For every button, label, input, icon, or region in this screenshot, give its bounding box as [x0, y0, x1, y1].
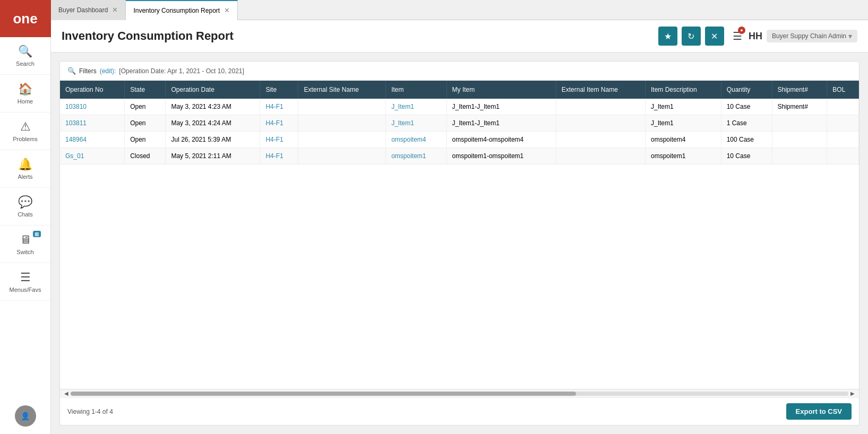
filter-value: [Operation Date: Apr 1, 2021 - Oct 10, 2…: [119, 67, 244, 75]
col-header-quantity: Quantity: [721, 81, 772, 99]
data-table-container: Operation No State Operation Date Site E…: [60, 81, 859, 389]
sidebar-item-search[interactable]: 🔍 Search: [0, 37, 50, 75]
table-body: 103810OpenMay 3, 2021 4:23 AMH4-F1J_Item…: [60, 99, 859, 164]
chat-icon: 💬: [18, 195, 32, 209]
table-cell-link-site[interactable]: H4-F1: [265, 119, 283, 127]
table-cell-item_description: J_Item1: [646, 99, 721, 115]
table-cell-link-operation_no[interactable]: 103810: [65, 103, 87, 110]
sidebar-item-alerts[interactable]: 🔔 Alerts: [0, 150, 50, 188]
user-initials: HH: [749, 31, 762, 42]
hamburger-menu[interactable]: ☰ ●: [733, 30, 742, 42]
col-header-my-item: My Item: [446, 81, 556, 99]
close-report-button[interactable]: ✕: [705, 27, 724, 46]
filters-bar: 🔍 Filters (edit): [Operation Date: Apr 1…: [60, 62, 859, 81]
home-icon: 🏠: [18, 82, 32, 96]
table-cell-link-operation_no[interactable]: 103811: [65, 119, 87, 127]
table-cell-link-site[interactable]: H4-F1: [265, 103, 283, 110]
table-cell-external_site_name: [298, 148, 386, 164]
col-header-state: State: [125, 81, 166, 99]
tab-close-buyer-dashboard[interactable]: ✕: [112, 6, 118, 13]
switch-icon: 🖥: [20, 233, 31, 247]
switch-badge: ▦: [33, 231, 41, 237]
filter-edit-link[interactable]: (edit):: [100, 67, 116, 75]
tab-inventory-report[interactable]: Inventory Consumption Report ✕: [126, 0, 238, 20]
filter-icon: 🔍: [67, 67, 76, 75]
table-cell-link-site[interactable]: H4-F1: [265, 136, 283, 143]
app-logo[interactable]: one: [0, 0, 51, 37]
scroll-right-arrow[interactable]: ▶: [848, 389, 857, 398]
page-title: Inventory Consumption Report: [62, 29, 234, 43]
col-header-operation-no: Operation No: [60, 81, 125, 99]
logo-text: one: [13, 11, 37, 27]
col-header-item-description: Item Description: [646, 81, 721, 99]
table-row: 148964OpenJul 26, 2021 5:39 AMH4-F1omspo…: [60, 132, 859, 148]
table-cell-quantity: 10 Case: [721, 99, 772, 115]
favorite-button[interactable]: ★: [658, 27, 677, 46]
table-cell-item_description: omspoitem4: [646, 132, 721, 148]
refresh-button[interactable]: ↻: [682, 27, 701, 46]
tab-buyer-dashboard[interactable]: Buyer Dashboard ✕: [51, 0, 126, 20]
table-row: Gs_01ClosedMay 5, 2021 2:11 AMH4-F1omspo…: [60, 148, 859, 164]
table-cell-state: Open: [125, 132, 166, 148]
sidebar-item-chats[interactable]: 💬 Chats: [0, 188, 50, 225]
table-cell-bol: [827, 148, 859, 164]
user-role-dropdown[interactable]: Buyer Suppy Chain Admin ▾: [767, 30, 857, 42]
sidebar-bottom: 👤: [0, 398, 50, 434]
refresh-icon: ↻: [687, 31, 694, 41]
avatar: 👤: [15, 405, 36, 427]
col-header-operation-date: Operation Date: [166, 81, 260, 99]
main-area: Buyer Dashboard ✕ Inventory Consumption …: [51, 0, 868, 434]
table-cell-state: Closed: [125, 148, 166, 164]
table-cell-external_site_name: [298, 99, 386, 115]
scroll-left-arrow[interactable]: ◀: [62, 389, 71, 398]
tab-close-inventory-report[interactable]: ✕: [224, 7, 230, 14]
table-cell-bol: [827, 99, 859, 115]
scrollbar-track[interactable]: [71, 392, 848, 396]
horizontal-scrollbar[interactable]: ◀ ▶: [60, 389, 859, 397]
table-cell-external_item_name: [556, 99, 645, 115]
data-table: Operation No State Operation Date Site E…: [60, 81, 859, 164]
tab-bar: Buyer Dashboard ✕ Inventory Consumption …: [51, 0, 868, 20]
user-role-label: Buyer Suppy Chain Admin: [772, 32, 846, 40]
table-cell-link-operation_no[interactable]: Gs_01: [65, 152, 84, 160]
sidebar-item-label-home: Home: [18, 98, 33, 105]
tab-label-inventory-report: Inventory Consumption Report: [133, 7, 220, 14]
table-cell-item_description: J_Item1: [646, 115, 721, 132]
export-csv-button[interactable]: Export to CSV: [786, 403, 852, 420]
col-header-external-item-name: External Item Name: [556, 81, 645, 99]
table-cell-bol: [827, 132, 859, 148]
filter-label: Filters: [79, 67, 97, 75]
table-cell-link-operation_no[interactable]: 148964: [65, 136, 87, 143]
table-cell-operation_date: May 3, 2021 4:24 AM: [166, 115, 260, 132]
menu-icon: ☰: [20, 271, 31, 284]
sidebar-item-home[interactable]: 🏠 Home: [0, 75, 50, 112]
col-header-bol: BOL: [827, 81, 859, 99]
warning-icon: ⚠: [20, 120, 31, 134]
table-cell-external_item_name: [556, 115, 645, 132]
col-header-item: Item: [386, 81, 446, 99]
table-cell-shipment: Shipment#: [772, 99, 827, 115]
sidebar-item-label-problems: Problems: [13, 136, 37, 142]
table-cell-external_site_name: [298, 115, 386, 132]
sidebar-item-problems[interactable]: ⚠ Problems: [0, 112, 50, 150]
col-header-external-site-name: External Site Name: [298, 81, 386, 99]
table-cell-state: Open: [125, 115, 166, 132]
panel-footer: Viewing 1-4 of 4 Export to CSV: [60, 397, 859, 425]
table-cell-shipment: [772, 115, 827, 132]
table-cell-quantity: 100 Case: [721, 132, 772, 148]
table-cell-link-item[interactable]: J_Item1: [391, 103, 414, 110]
table-cell-link-item[interactable]: J_Item1: [391, 119, 414, 127]
table-cell-link-item[interactable]: omspoitem4: [391, 136, 426, 143]
table-cell-link-site[interactable]: H4-F1: [265, 152, 283, 160]
user-avatar-button[interactable]: 👤: [0, 398, 50, 434]
table-cell-my_item: omspoitem1-omspoitem1: [446, 148, 556, 164]
table-row: 103811OpenMay 3, 2021 4:24 AMH4-F1J_Item…: [60, 115, 859, 132]
sidebar-item-menus[interactable]: ☰ Menus/Favs: [0, 263, 50, 301]
header-actions: ★ ↻ ✕ ☰ ● HH Buyer Suppy Chain Admin ▾: [658, 27, 857, 46]
table-cell-bol: [827, 115, 859, 132]
sidebar-item-label-alerts: Alerts: [18, 173, 32, 180]
sidebar-item-switch[interactable]: ▦ 🖥 Switch: [0, 225, 50, 263]
table-cell-link-item[interactable]: omspoitem1: [391, 152, 426, 160]
scrollbar-thumb[interactable]: [71, 392, 576, 396]
report-panel: 🔍 Filters (edit): [Operation Date: Apr 1…: [59, 61, 860, 426]
